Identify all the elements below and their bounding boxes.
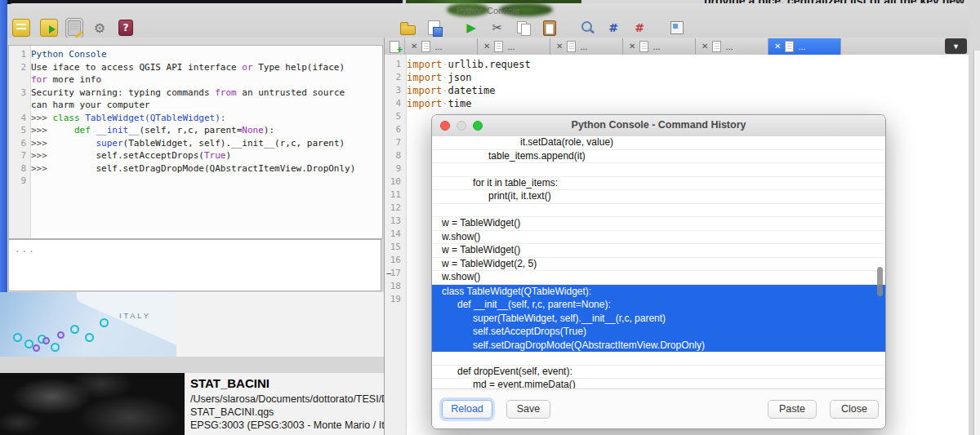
editor-tab[interactable]: ✕... — [768, 38, 841, 55]
code-line: 6>>> super(TableWidget, self).__init__(r… — [9, 137, 382, 150]
object-inspector-icon[interactable] — [668, 19, 686, 37]
code-line: 4import·time — [385, 97, 969, 110]
tab-close-icon[interactable]: ✕ — [629, 42, 635, 51]
code-line: for more info — [9, 73, 382, 87]
history-row[interactable]: for it in table_items: — [432, 177, 885, 191]
map-marker — [51, 343, 60, 352]
command-history-list[interactable]: it.setData(role, value)table_items.appen… — [432, 136, 885, 389]
editor-tab[interactable]: ✕... — [405, 38, 478, 55]
history-row[interactable]: self.setDragDropMode(QAbstractItemView.D… — [432, 339, 885, 353]
tab-label: ... — [798, 42, 805, 51]
line-number — [9, 73, 31, 87]
tab-label: ... — [507, 42, 514, 51]
code-text: Python Console — [31, 48, 107, 61]
tab-close-icon[interactable]: ✕ — [556, 42, 563, 51]
close-button[interactable]: Close — [830, 400, 879, 419]
tab-close-icon[interactable]: ✕ — [774, 42, 781, 51]
editor-toolbar: ▶✂## — [399, 17, 686, 38]
history-row[interactable]: it.setData(role, value) — [432, 136, 885, 150]
history-row[interactable]: class TableWidget(QTableWidget): — [432, 285, 885, 299]
command-history-dialog: Python Console - Command History it.setD… — [431, 114, 886, 429]
reload-button[interactable]: Reload — [442, 400, 492, 419]
code-text: >>> def __init__(self, r,c, parent=None)… — [31, 124, 274, 137]
tab-label: ... — [725, 42, 733, 51]
background-panel-edge — [973, 51, 980, 435]
paste-button[interactable]: Paste — [768, 400, 817, 419]
line-number: 15 — [385, 241, 407, 254]
line-number: 6 — [9, 137, 31, 150]
uncomment-icon[interactable]: # — [630, 19, 648, 37]
history-row[interactable]: print(it, it.text() — [432, 190, 885, 204]
history-row[interactable] — [432, 204, 885, 218]
history-row[interactable] — [432, 163, 885, 177]
tab-close-icon[interactable]: ✕ — [702, 42, 708, 51]
code-line: 3import·datetime — [385, 84, 969, 97]
clear-console-icon[interactable] — [12, 19, 30, 37]
line-number: 5 — [9, 124, 31, 137]
editor-tab[interactable]: ✕... — [623, 38, 696, 55]
editor-tab[interactable]: ✕... — [550, 38, 623, 55]
history-row[interactable]: def dropEvent(self, event): — [432, 366, 885, 380]
line-number: 7 — [385, 136, 407, 149]
plus-icon: + — [397, 46, 403, 54]
history-row[interactable]: w.show() — [432, 271, 885, 285]
find-icon[interactable] — [578, 19, 596, 37]
open-script-icon[interactable] — [399, 19, 416, 37]
line-number: 4 — [9, 112, 31, 125]
run-script-icon[interactable]: ▶ — [462, 19, 480, 37]
code-text: import·datetime — [407, 84, 495, 97]
code-text: import·time — [407, 97, 472, 110]
line-number: 18 — [385, 280, 407, 293]
show-editor-icon[interactable] — [68, 20, 81, 36]
tab-close-icon[interactable]: ✕ — [483, 42, 490, 51]
history-row[interactable]: w = TableWidget() — [432, 244, 885, 258]
line-number — [9, 99, 31, 112]
document-icon — [567, 41, 576, 52]
map-marker — [85, 333, 94, 342]
project-thumbnail[interactable] — [0, 373, 185, 435]
history-row[interactable]: table_items.append(it) — [432, 150, 885, 164]
scrollbar-thumb[interactable] — [877, 267, 883, 296]
help-icon[interactable]: ? — [118, 20, 133, 36]
save-script-icon[interactable] — [425, 19, 443, 37]
new-tab-button[interactable]: + — [385, 38, 405, 55]
code-line: 1import·urllib.request — [385, 58, 969, 71]
console-input[interactable]: ... — [8, 239, 381, 291]
paste-icon[interactable] — [541, 19, 559, 37]
line-number: 2 — [9, 61, 31, 74]
document-icon — [639, 41, 648, 52]
fold-marker[interactable]: − — [386, 269, 392, 279]
line-number: 3 — [9, 87, 31, 100]
history-row[interactable]: super(TableWidget, self).__init__(r,c, p… — [432, 312, 885, 326]
history-row[interactable]: w = TableWidget() — [432, 217, 885, 231]
console-output[interactable]: 1Python Console2Use iface to access QGIS… — [8, 45, 383, 239]
tab-close-icon[interactable]: ✕ — [411, 42, 417, 51]
cut-icon[interactable]: ✂ — [488, 19, 506, 37]
history-row[interactable] — [432, 352, 885, 366]
code-text: can harm your computer — [31, 99, 150, 112]
map-marker — [13, 333, 22, 342]
save-button[interactable]: Save — [506, 400, 550, 419]
line-number: 1 — [9, 48, 31, 61]
run-command-icon[interactable] — [40, 19, 58, 37]
copy-icon[interactable] — [514, 19, 532, 37]
history-row[interactable]: def __init__(self, r,c, parent=None): — [432, 298, 885, 312]
map-canvas[interactable]: ITALY — [0, 292, 176, 357]
tab-overflow-button[interactable]: ▼ — [945, 38, 967, 54]
tab-label: ... — [653, 42, 660, 51]
document-icon — [494, 41, 503, 52]
window-chrome-band — [0, 357, 390, 373]
comment-icon[interactable]: # — [604, 19, 622, 37]
line-number: 11 — [385, 189, 407, 202]
history-row[interactable]: w.show() — [432, 231, 885, 245]
editor-tab[interactable]: ✕... — [696, 38, 768, 55]
console-output-lines: 1Python Console2Use iface to access QGIS… — [9, 48, 382, 188]
python-console-window-titlebar[interactable]: Python Console ⚙? ▶✂## — [7, 3, 969, 38]
history-row[interactable]: self.setAcceptDrops(True) — [432, 325, 885, 339]
dialog-titlebar[interactable]: Python Console - Command History — [432, 115, 885, 137]
line-number: 9 — [385, 162, 407, 175]
editor-tab[interactable]: ✕... — [478, 38, 550, 55]
options-icon[interactable]: ⚙ — [91, 19, 109, 37]
history-row[interactable]: w = TableWidget(2, 5) — [432, 258, 885, 272]
map-marker — [70, 325, 79, 334]
